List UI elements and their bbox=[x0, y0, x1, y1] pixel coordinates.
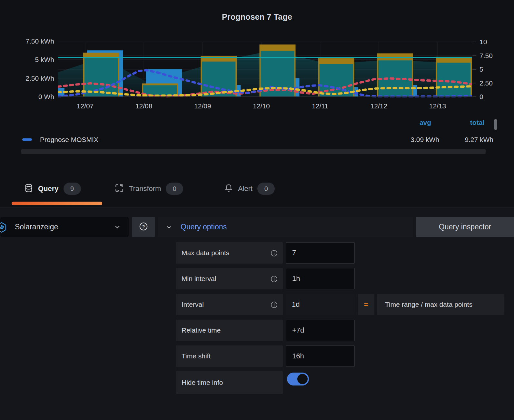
chart-panel: Prognosen 7 Tage 0 Wh2.50 kWh5 kWh7.50 k… bbox=[0, 0, 514, 207]
svg-text:12/08: 12/08 bbox=[135, 102, 153, 110]
active-tab-underline bbox=[12, 202, 102, 205]
svg-text:12/10: 12/10 bbox=[253, 102, 270, 110]
option-row-min-interval: Min interval bbox=[0, 268, 514, 289]
svg-text:2.50: 2.50 bbox=[479, 79, 493, 87]
tab-query-count-badge: 9 bbox=[64, 183, 81, 195]
info-circle-icon[interactable] bbox=[270, 249, 278, 259]
svg-text:?: ? bbox=[142, 224, 145, 229]
transform-icon bbox=[114, 183, 124, 194]
tab-transform-count-badge: 0 bbox=[166, 183, 183, 195]
datasource-picker[interactable]: Solaranzeige bbox=[0, 217, 129, 237]
influxdb-hexagon-icon bbox=[0, 222, 7, 235]
tab-alert-label: Alert bbox=[238, 185, 252, 193]
svg-text:7.50: 7.50 bbox=[479, 52, 493, 59]
tab-alert[interactable]: Alert 0 bbox=[224, 181, 275, 197]
database-icon bbox=[24, 183, 33, 194]
svg-text:7.50 kWh: 7.50 kWh bbox=[25, 37, 54, 45]
legend-vertical-scrollbar[interactable] bbox=[494, 119, 497, 130]
interval-value: 1d bbox=[286, 294, 355, 315]
bell-icon bbox=[224, 183, 233, 194]
svg-text:5 kWh: 5 kWh bbox=[35, 56, 54, 63]
max-data-points-input[interactable] bbox=[286, 242, 355, 264]
tab-transform[interactable]: Transform 0 bbox=[114, 181, 183, 197]
series-label[interactable]: Prognose MOSMIX bbox=[40, 135, 98, 145]
option-label: Time shift bbox=[176, 345, 283, 367]
help-circle-icon: ? bbox=[139, 222, 148, 233]
option-label: Min interval bbox=[176, 268, 283, 289]
interval-formula-description: Time range / max data points bbox=[377, 294, 504, 315]
query-options-header[interactable]: Query options bbox=[158, 217, 413, 237]
svg-text:0 Wh: 0 Wh bbox=[38, 93, 54, 100]
svg-text:0: 0 bbox=[479, 93, 483, 100]
svg-text:5: 5 bbox=[479, 65, 483, 73]
option-row-relative-time: Relative time bbox=[0, 320, 514, 341]
option-label: Hide time info bbox=[176, 371, 283, 394]
svg-text:12/13: 12/13 bbox=[429, 102, 446, 110]
legend-header-avg[interactable]: avg bbox=[406, 119, 445, 128]
info-circle-icon[interactable] bbox=[270, 301, 278, 310]
time-shift-input[interactable] bbox=[286, 345, 355, 367]
tab-alert-count-badge: 0 bbox=[257, 183, 275, 195]
series-total-value: 9.27 kWh bbox=[453, 135, 493, 145]
info-circle-icon[interactable] bbox=[270, 275, 278, 285]
toggle-knob bbox=[297, 374, 308, 384]
option-label: Interval bbox=[176, 294, 283, 315]
svg-text:10: 10 bbox=[479, 38, 487, 45]
series-color-swatch[interactable] bbox=[22, 138, 32, 141]
datasource-name: Solaranzeige bbox=[15, 223, 58, 231]
option-row-interval: Interval 1d = Time range / max data poin… bbox=[0, 294, 514, 315]
hide-time-info-toggle[interactable] bbox=[287, 373, 309, 385]
option-label: Max data points bbox=[176, 242, 283, 264]
panel-horizontal-scrollbar[interactable] bbox=[21, 149, 486, 154]
legend-header-total[interactable]: total bbox=[458, 119, 497, 128]
tab-query-label: Query bbox=[38, 185, 59, 193]
svg-text:2.50 kWh: 2.50 kWh bbox=[25, 75, 54, 82]
chevron-down-icon bbox=[114, 224, 121, 232]
svg-text:12/12: 12/12 bbox=[371, 102, 388, 110]
relative-time-input[interactable] bbox=[286, 320, 355, 341]
legend-row: Prognose MOSMIX 3.09 kWh 9.27 kWh bbox=[0, 135, 514, 146]
min-interval-input[interactable] bbox=[286, 268, 355, 289]
option-row-time-shift: Time shift bbox=[0, 345, 514, 367]
option-label: Relative time bbox=[176, 320, 283, 341]
tab-query[interactable]: Query 9 bbox=[24, 181, 81, 197]
datasource-help-button[interactable]: ? bbox=[132, 217, 155, 237]
chevron-down-icon bbox=[166, 225, 172, 232]
svg-text:12/09: 12/09 bbox=[194, 102, 211, 110]
tab-transform-label: Transform bbox=[129, 185, 161, 193]
option-row-max-data-points: Max data points bbox=[0, 242, 514, 264]
option-row-hide-time-info: Hide time info bbox=[0, 371, 514, 393]
forecast-chart-plot[interactable]: 0 Wh2.50 kWh5 kWh7.50 kWh02.5057.501012/… bbox=[0, 0, 514, 113]
svg-text:12/07: 12/07 bbox=[77, 102, 94, 110]
svg-text:12/11: 12/11 bbox=[312, 102, 328, 110]
query-editor-section: Solaranzeige ? Query options Query inspe… bbox=[0, 207, 514, 420]
query-inspector-button[interactable]: Query inspector bbox=[416, 217, 514, 237]
series-avg-value: 3.09 kWh bbox=[400, 135, 439, 145]
interval-formula-equals: = bbox=[358, 294, 374, 315]
query-options-title: Query options bbox=[181, 223, 227, 231]
